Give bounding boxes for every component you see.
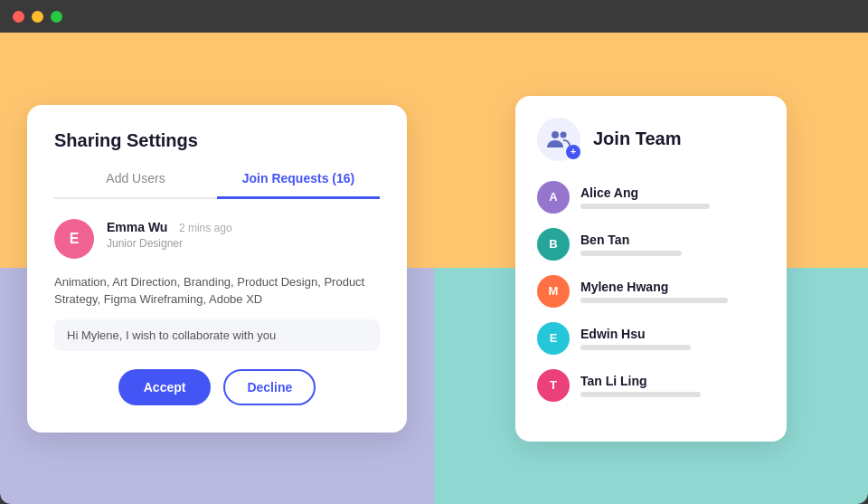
- member-bar-1: [580, 251, 682, 256]
- decline-button[interactable]: Decline: [223, 369, 316, 405]
- member-row: E Edwin Hsu: [537, 322, 765, 355]
- member-name-2: Mylene Hwang: [580, 280, 765, 294]
- tab-add-users[interactable]: Add Users: [54, 171, 217, 199]
- join-header: + Join Team: [537, 118, 765, 161]
- member-bar-3: [580, 345, 691, 350]
- member-avatar-1: B: [537, 228, 570, 261]
- member-info-2: Mylene Hwang: [580, 280, 765, 303]
- join-card: + Join Team A Alice Ang B Ben Tan: [515, 96, 787, 442]
- right-panel-area: + Join Team A Alice Ang B Ben Tan: [434, 33, 868, 504]
- member-name-0: Alice Ang: [580, 185, 765, 200]
- requester-info: Emma Wu 2 mins ago Junior Designer: [107, 219, 380, 250]
- title-bar: [0, 0, 868, 33]
- dot-green[interactable]: [51, 11, 62, 23]
- member-avatar-2: M: [537, 275, 570, 308]
- members-list: A Alice Ang B Ben Tan M M: [537, 181, 765, 402]
- dot-red[interactable]: [13, 11, 24, 23]
- requester-avatar: E: [54, 219, 94, 259]
- plus-badge: +: [566, 145, 580, 159]
- action-buttons: Accept Decline: [54, 369, 380, 405]
- skills-text: Animation, Art Direction, Branding, Prod…: [54, 273, 380, 309]
- tabs: Add Users Join Requests (16): [54, 171, 380, 199]
- message-box: Hi Mylene, I wish to collaborate with yo…: [54, 319, 380, 351]
- svg-point-1: [561, 131, 567, 138]
- member-row: A Alice Ang: [537, 181, 765, 214]
- member-info-3: Edwin Hsu: [580, 327, 765, 350]
- svg-point-0: [552, 131, 559, 138]
- member-name-3: Edwin Hsu: [580, 327, 765, 341]
- member-info-4: Tan Li Ling: [580, 374, 765, 397]
- member-row: M Mylene Hwang: [537, 275, 765, 308]
- join-team-icon: +: [537, 118, 580, 161]
- member-bar-2: [580, 298, 728, 303]
- member-avatar-4: T: [537, 369, 570, 402]
- join-title: Join Team: [593, 128, 681, 149]
- member-name-4: Tan Li Ling: [580, 374, 765, 388]
- sharing-title: Sharing Settings: [54, 130, 380, 151]
- member-info-1: Ben Tan: [580, 233, 765, 256]
- member-bar-0: [580, 204, 710, 209]
- request-item: E Emma Wu 2 mins ago Junior Designer: [54, 219, 380, 259]
- member-name-1: Ben Tan: [580, 233, 765, 247]
- sharing-card: Sharing Settings Add Users Join Requests…: [27, 105, 407, 433]
- dot-yellow[interactable]: [32, 11, 43, 23]
- tab-join-requests[interactable]: Join Requests (16): [217, 171, 380, 199]
- left-panel-area: Sharing Settings Add Users Join Requests…: [0, 33, 434, 504]
- member-row: B Ben Tan: [537, 228, 765, 261]
- member-bar-4: [580, 392, 701, 397]
- requester-name: Emma Wu: [107, 220, 167, 234]
- member-info-0: Alice Ang: [580, 185, 765, 209]
- people-svg-icon: [547, 129, 571, 149]
- member-avatar-0: A: [537, 181, 570, 214]
- requester-time: 2 mins ago: [179, 222, 232, 234]
- member-row: T Tan Li Ling: [537, 369, 765, 402]
- requester-role: Junior Designer: [107, 237, 380, 250]
- member-avatar-3: E: [537, 322, 570, 355]
- accept-button[interactable]: Accept: [118, 369, 212, 405]
- app-body: Sharing Settings Add Users Join Requests…: [0, 33, 868, 504]
